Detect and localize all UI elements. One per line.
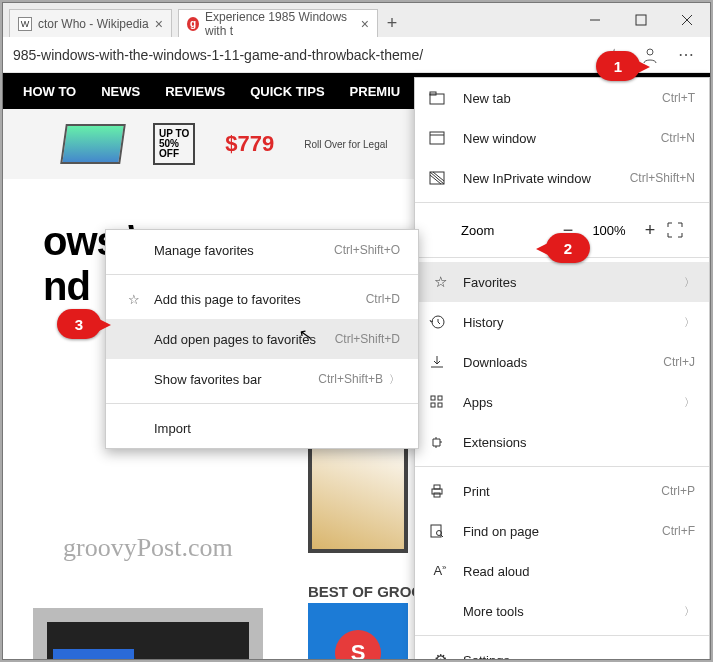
nav-item[interactable]: REVIEWS — [165, 84, 225, 99]
menu-label: Show favorites bar — [154, 372, 318, 387]
menu-label: Read aloud — [463, 564, 695, 579]
shortcut: Ctrl+Shift+O — [334, 243, 400, 257]
menu-inprivate[interactable]: New InPrivate window Ctrl+Shift+N — [415, 158, 709, 198]
menu-separator — [106, 274, 418, 275]
window-close-button[interactable] — [664, 3, 710, 37]
submenu-add-this-page[interactable]: ☆ Add this page to favorites Ctrl+D — [106, 279, 418, 319]
chevron-right-icon: 〉 — [684, 315, 695, 330]
fullscreen-icon[interactable] — [667, 222, 697, 238]
menu-separator — [106, 403, 418, 404]
print-icon — [429, 483, 451, 499]
tab-active[interactable]: g Experience 1985 Windows with t × — [178, 9, 378, 37]
nav-item[interactable]: HOW TO — [23, 84, 76, 99]
menu-new-tab[interactable]: New tab Ctrl+T — [415, 78, 709, 118]
chevron-right-icon: 〉 — [684, 395, 695, 410]
nav-item[interactable]: PREMIU — [350, 84, 401, 99]
headline-l2: nd — [43, 264, 90, 308]
promo-tag: UP TO 50% OFF — [153, 123, 195, 165]
menu-label: New InPrivate window — [463, 171, 630, 186]
menu-label: Extensions — [463, 435, 695, 450]
submenu-import[interactable]: Import — [106, 408, 418, 448]
inprivate-icon — [429, 171, 451, 185]
menu-favorites[interactable]: ☆ Favorites 〉 — [415, 262, 709, 302]
maximize-button[interactable] — [618, 3, 664, 37]
shortcut: Ctrl+J — [663, 355, 695, 369]
menu-label: Manage favorites — [154, 243, 334, 258]
menu-apps[interactable]: Apps 〉 — [415, 382, 709, 422]
new-tab-button[interactable]: + — [378, 9, 406, 37]
menu-label: Downloads — [463, 355, 663, 370]
menu-label: New window — [463, 131, 661, 146]
new-window-icon — [429, 131, 451, 145]
menu-find[interactable]: Find on page Ctrl+F — [415, 511, 709, 551]
wikipedia-favicon: W — [18, 17, 32, 31]
site-favicon: g — [187, 17, 199, 31]
promo-note: Roll Over for Legal — [304, 139, 387, 150]
tab-inactive[interactable]: W ctor Who - Wikipedia × — [9, 9, 172, 37]
close-icon[interactable]: × — [155, 16, 163, 32]
menu-label: Import — [154, 421, 400, 436]
settings-and-more-menu: New tab Ctrl+T New window Ctrl+N New InP… — [414, 77, 710, 660]
menu-history[interactable]: History 〉 — [415, 302, 709, 342]
shortcut: Ctrl+D — [366, 292, 400, 306]
menu-print[interactable]: Print Ctrl+P — [415, 471, 709, 511]
menu-separator — [415, 202, 709, 203]
star-icon: ☆ — [429, 273, 451, 291]
chevron-right-icon: 〉 — [684, 604, 695, 619]
sidebar-heading: BEST OF GROO — [308, 583, 423, 600]
svg-rect-14 — [438, 403, 442, 407]
close-icon[interactable]: × — [361, 16, 369, 32]
menu-read-aloud[interactable]: A» Read aloud — [415, 551, 709, 591]
annotation-badge-3: 3 — [57, 309, 101, 339]
titlebar: W ctor Who - Wikipedia × g Experience 19… — [3, 3, 710, 37]
menu-downloads[interactable]: Downloads Ctrl+J — [415, 342, 709, 382]
menu-new-window[interactable]: New window Ctrl+N — [415, 118, 709, 158]
annotation-badge-1: 1 — [596, 51, 640, 81]
shortcut: Ctrl+Shift+N — [630, 171, 695, 185]
history-icon — [429, 314, 451, 330]
menu-extensions[interactable]: Extensions — [415, 422, 709, 462]
submenu-show-fav-bar[interactable]: Show favorites bar Ctrl+Shift+B 〉 — [106, 359, 418, 399]
menu-more-tools[interactable]: More tools 〉 — [415, 591, 709, 631]
svg-rect-11 — [431, 396, 435, 400]
shortcut: Ctrl+Shift+D — [335, 332, 400, 346]
menu-settings[interactable]: ⚙ Settings — [415, 640, 709, 660]
zoom-in-button[interactable]: + — [633, 220, 667, 241]
svg-rect-16 — [434, 485, 440, 489]
minimize-button[interactable] — [572, 3, 618, 37]
menu-label: Add this page to favorites — [154, 292, 366, 307]
nav-item[interactable]: QUICK TIPS — [250, 84, 324, 99]
menu-label: Find on page — [463, 524, 662, 539]
url-field[interactable]: 985-windows-with-the-windows-1-11-game-a… — [9, 45, 596, 65]
more-menu-button[interactable]: ⋯ — [668, 37, 704, 73]
menu-label: Print — [463, 484, 661, 499]
settings-icon: ⚙ — [429, 651, 451, 660]
shortcut: Ctrl+T — [662, 91, 695, 105]
svg-rect-7 — [430, 132, 444, 144]
nav-item[interactable]: NEWS — [101, 84, 140, 99]
apps-icon — [429, 394, 451, 410]
zoom-label: Zoom — [427, 223, 551, 238]
tab-label: ctor Who - Wikipedia — [38, 17, 149, 31]
windows-thumb — [33, 608, 263, 659]
article-thumb — [308, 433, 408, 553]
laptop-image — [60, 124, 126, 164]
shortcut: Ctrl+F — [662, 524, 695, 538]
submenu-add-open-pages[interactable]: Add open pages to favorites Ctrl+Shift+D — [106, 319, 418, 359]
download-icon — [429, 354, 451, 370]
menu-separator — [415, 466, 709, 467]
shortcut: Ctrl+Shift+B — [318, 372, 383, 386]
zoom-value: 100% — [585, 223, 633, 238]
favorites-submenu: Manage favorites Ctrl+Shift+O ☆ Add this… — [105, 229, 419, 449]
menu-label: Settings — [463, 653, 695, 661]
chevron-right-icon: 〉 — [389, 372, 400, 387]
tab-label: Experience 1985 Windows with t — [205, 10, 355, 38]
app-tile: S — [308, 603, 408, 659]
extensions-icon — [429, 434, 451, 450]
star-icon: ☆ — [124, 292, 144, 307]
shortcut: Ctrl+P — [661, 484, 695, 498]
chevron-right-icon: 〉 — [684, 275, 695, 290]
svg-rect-13 — [431, 403, 435, 407]
submenu-manage-favorites[interactable]: Manage favorites Ctrl+Shift+O — [106, 230, 418, 270]
read-aloud-icon: A» — [429, 563, 451, 578]
